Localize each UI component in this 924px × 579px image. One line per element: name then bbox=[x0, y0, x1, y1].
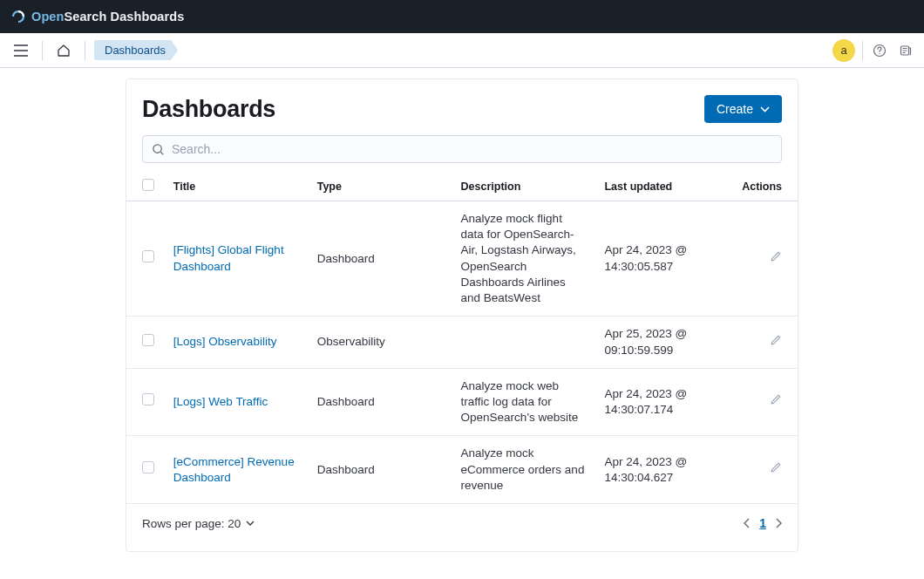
pencil-icon bbox=[770, 393, 782, 405]
page-number-current[interactable]: 1 bbox=[759, 516, 766, 530]
chevron-down-icon bbox=[246, 521, 255, 526]
table-row: [eCommerce] Revenue DashboardDashboardAn… bbox=[126, 436, 798, 504]
edit-button[interactable] bbox=[770, 250, 782, 262]
row-checkbox[interactable] bbox=[142, 250, 154, 262]
row-type: Observability bbox=[309, 317, 452, 368]
help-icon bbox=[873, 44, 887, 58]
brand-logo[interactable]: OpenSearch Dashboards bbox=[10, 9, 184, 24]
divider bbox=[85, 41, 85, 60]
row-last-updated: Apr 24, 2023 @ 14:30:07.174 bbox=[595, 368, 730, 436]
row-description: Analyze mock flight data for OpenSearch-… bbox=[452, 201, 596, 317]
search-field-wrap[interactable] bbox=[142, 135, 782, 163]
chevron-down-icon bbox=[760, 106, 770, 112]
create-button-label: Create bbox=[717, 102, 753, 116]
rows-per-page-selector[interactable]: Rows per page: 20 bbox=[142, 517, 255, 530]
row-last-updated: Apr 25, 2023 @ 09:10:59.599 bbox=[595, 317, 730, 368]
table-row: [Flights] Global Flight DashboardDashboa… bbox=[126, 201, 798, 317]
search-input[interactable] bbox=[172, 142, 772, 156]
rows-per-page-label: Rows per page: 20 bbox=[142, 517, 241, 530]
row-checkbox[interactable] bbox=[142, 393, 154, 405]
col-header-last-updated[interactable]: Last updated bbox=[595, 172, 730, 201]
col-header-actions: Actions bbox=[730, 172, 798, 201]
navbar: Dashboards a bbox=[0, 33, 924, 68]
menu-toggle-button[interactable] bbox=[9, 38, 33, 63]
opensearch-logo-icon bbox=[10, 9, 26, 24]
news-icon bbox=[899, 44, 913, 58]
help-button[interactable] bbox=[870, 41, 889, 60]
row-description: Analyze mock eCommerce orders and revenu… bbox=[452, 436, 596, 504]
col-header-title[interactable]: Title bbox=[165, 172, 309, 201]
table-row: [Logs] ObservabilityObservabilityApr 25,… bbox=[126, 317, 798, 368]
pencil-icon bbox=[770, 461, 782, 473]
row-description bbox=[452, 317, 596, 368]
search-icon bbox=[152, 143, 165, 156]
pagination: 1 bbox=[744, 516, 782, 530]
col-header-type[interactable]: Type bbox=[309, 172, 452, 201]
page-title: Dashboards bbox=[142, 96, 275, 123]
pencil-icon bbox=[770, 250, 782, 262]
dashboards-table: Title Type Description Last updated Acti… bbox=[126, 172, 798, 504]
pencil-icon bbox=[770, 334, 782, 346]
row-checkbox[interactable] bbox=[142, 461, 154, 473]
dashboards-panel: Dashboards Create Title bbox=[126, 78, 798, 552]
dashboard-title-link[interactable]: [Logs] Observability bbox=[173, 335, 277, 348]
col-header-description[interactable]: Description bbox=[452, 172, 596, 201]
row-type: Dashboard bbox=[309, 436, 452, 504]
news-button[interactable] bbox=[896, 41, 915, 60]
divider bbox=[42, 41, 43, 60]
table-row: [Logs] Web TrafficDashboardAnalyze mock … bbox=[126, 368, 798, 436]
row-last-updated: Apr 24, 2023 @ 14:30:05.587 bbox=[595, 201, 730, 317]
edit-button[interactable] bbox=[770, 393, 782, 405]
home-icon bbox=[57, 44, 71, 58]
home-button[interactable] bbox=[51, 38, 76, 63]
hamburger-icon bbox=[14, 44, 28, 57]
row-type: Dashboard bbox=[309, 368, 452, 436]
dashboard-title-link[interactable]: [eCommerce] Revenue Dashboard bbox=[173, 455, 295, 484]
topbar: OpenSearch Dashboards bbox=[0, 0, 924, 33]
prev-page-button[interactable] bbox=[744, 518, 751, 528]
row-last-updated: Apr 24, 2023 @ 14:30:04.627 bbox=[595, 436, 730, 504]
row-type: Dashboard bbox=[309, 201, 452, 317]
next-page-button[interactable] bbox=[775, 518, 782, 528]
dashboard-title-link[interactable]: [Flights] Global Flight Dashboard bbox=[173, 243, 284, 272]
select-all-checkbox[interactable] bbox=[142, 179, 154, 191]
brand-text: OpenSearch Dashboards bbox=[31, 10, 184, 24]
dashboard-title-link[interactable]: [Logs] Web Traffic bbox=[173, 395, 268, 408]
avatar[interactable]: a bbox=[832, 39, 855, 62]
row-checkbox[interactable] bbox=[142, 334, 154, 346]
edit-button[interactable] bbox=[770, 334, 782, 346]
create-button[interactable]: Create bbox=[704, 95, 782, 123]
svg-point-2 bbox=[153, 144, 161, 152]
edit-button[interactable] bbox=[770, 461, 782, 473]
divider bbox=[862, 41, 863, 60]
row-description: Analyze mock web traffic log data for Op… bbox=[452, 368, 596, 436]
breadcrumb[interactable]: Dashboards bbox=[94, 40, 178, 60]
